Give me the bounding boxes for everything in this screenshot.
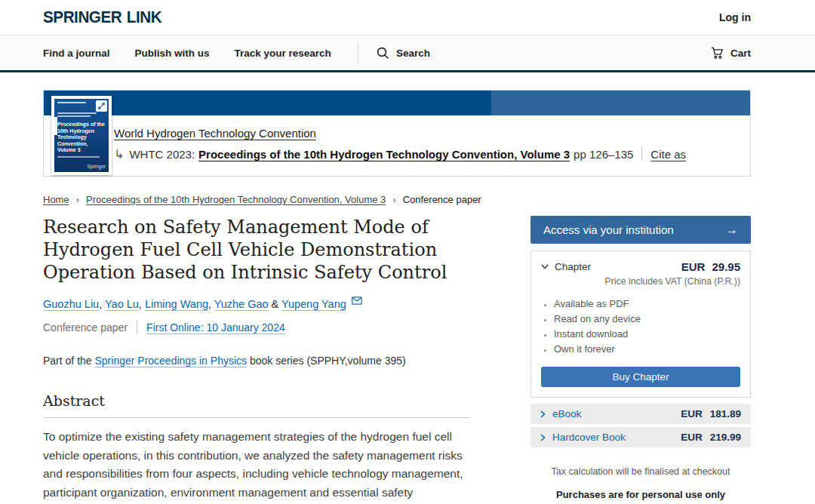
ebook-amount: 181.89: [710, 408, 741, 419]
chapter-currency: EUR: [681, 260, 706, 273]
series-prefix: Part of the: [43, 355, 94, 367]
hardcover-row[interactable]: Hardcover Book EUR219.99: [531, 427, 751, 447]
buy-chapter-button[interactable]: Buy Chapter: [541, 367, 740, 387]
breadcrumb-current: Conference paper: [403, 194, 481, 205]
feature-item: Available as PDF: [554, 297, 740, 312]
series-suffix: book series (SPPHY,volume 395): [247, 355, 406, 367]
chevron-down-icon: [541, 264, 549, 269]
meta-divider: [137, 320, 137, 334]
access-institution-label: Access via your institution: [543, 223, 674, 236]
breadcrumb-chevron-icon: ›: [76, 194, 79, 205]
breadcrumb-home[interactable]: Home: [43, 194, 69, 205]
chapter-collapse-toggle[interactable]: Chapter: [541, 260, 591, 273]
expand-cover-icon[interactable]: [96, 100, 107, 112]
paper-type-label: Conference paper: [43, 321, 128, 333]
hardcover-amount: 219.99: [710, 432, 741, 443]
author-link[interactable]: Yao Lu: [105, 298, 139, 310]
article-meta: Conference paper First Online: 10 Januar…: [43, 320, 469, 334]
chevron-right-icon: [540, 434, 546, 441]
article-title: Research on Safety Management Mode of Hy…: [43, 216, 466, 284]
feature-item: Own it forever: [554, 342, 740, 357]
hardcover-price: EUR219.99: [681, 432, 741, 443]
proceedings-book-link[interactable]: Proceedings of the 10th Hydrogen Technol…: [198, 148, 570, 161]
cover-title: Proceedings of the 10th Hydrogen Technol…: [57, 121, 106, 154]
ebook-row[interactable]: eBook EUR181.89: [531, 404, 751, 424]
breadcrumb: Home › Proceedings of the 10th Hydrogen …: [43, 194, 815, 205]
cover-spine-notch: [54, 117, 57, 135]
conference-prefix: WHTC 2023:: [129, 148, 195, 161]
right-arrow-icon: →: [725, 223, 738, 238]
chapter-label: Chapter: [555, 261, 591, 272]
cover-publisher: Springer: [54, 164, 106, 169]
book-series-line: Part of the Springer Proceedings in Phys…: [43, 355, 469, 367]
abstract-rule: [43, 417, 469, 418]
access-institution-button[interactable]: Access via your institution →: [531, 216, 751, 244]
hardcover-currency: EUR: [681, 432, 703, 443]
purchase-sidebar: Access via your institution → Chapter EU…: [531, 216, 751, 504]
feature-item: Instant download: [554, 327, 740, 342]
author-link[interactable]: Guozhu Liu: [43, 298, 99, 310]
chapter-amount: 29.95: [712, 260, 740, 273]
springerlink-logo[interactable]: SPRINGERLINK: [43, 8, 161, 27]
author-link[interactable]: Liming Wang: [145, 298, 208, 310]
search-label: Search: [396, 48, 430, 59]
ebook-currency: EUR: [681, 408, 703, 419]
banner-blue-strip: [44, 91, 750, 115]
series-link[interactable]: World Hydrogen Technology Convention: [114, 127, 316, 140]
nav-find-a-journal[interactable]: Find a journal: [43, 48, 110, 59]
author-list: Guozhu Liu, Yao Lu, Liming Wang, Yuzhe G…: [43, 295, 469, 310]
tax-note: Tax calculation will be finalised at che…: [531, 466, 751, 477]
nav-publish-with-us[interactable]: Publish with us: [135, 48, 210, 59]
nav-track-your-research[interactable]: Track your research: [235, 48, 331, 59]
logo-springer: SPRINGER: [43, 8, 121, 26]
search-icon: [377, 47, 389, 60]
email-icon[interactable]: [349, 295, 362, 307]
main-nav: Find a journal Publish with us Track you…: [0, 35, 815, 72]
author-link[interactable]: Yupeng Yang: [281, 298, 346, 310]
cart-button[interactable]: Cart: [711, 47, 751, 60]
chapter-purchase-card: Chapter EUR29.95 Price includes VAT (Chi…: [531, 250, 751, 398]
login-link[interactable]: Log in: [719, 11, 751, 23]
ebook-price: EUR181.89: [681, 408, 741, 419]
cover-subtitle-bar: [57, 156, 100, 158]
cart-icon: [711, 47, 724, 60]
book-series-link[interactable]: Springer Proceedings in Physics: [94, 355, 247, 367]
breadcrumb-chevron-icon: ›: [392, 194, 395, 205]
first-online-link[interactable]: First Online: 10 January 2024: [146, 321, 285, 333]
nav-divider: [358, 43, 358, 63]
book-banner: Proceedings of the 10th Hydrogen Technol…: [43, 90, 751, 177]
feature-item: Read on any device: [554, 312, 740, 327]
personal-use-note: Purchases are for personal use only: [531, 489, 751, 500]
abstract-heading: Abstract: [43, 392, 469, 409]
vat-note: Price includes VAT (China (P.R.)): [541, 276, 740, 287]
logo-link: LINK: [127, 8, 161, 26]
ebook-label: eBook: [552, 408, 581, 419]
abstract-text: To optimize the existing safety manageme…: [43, 428, 469, 504]
book-cover-thumbnail[interactable]: Proceedings of the 10th Hydrogen Technol…: [51, 96, 112, 175]
chapter-features: Available as PDF Read on any device Inst…: [554, 297, 740, 357]
breadcrumb-book[interactable]: Proceedings of the 10th Hydrogen Technol…: [86, 194, 386, 205]
hardcover-label: Hardcover Book: [552, 432, 626, 443]
page-range: pp 126–135: [574, 148, 633, 161]
cart-label: Cart: [730, 48, 751, 59]
cite-as-link[interactable]: Cite as: [650, 148, 686, 161]
author-link[interactable]: Yuzhe Gao: [214, 298, 269, 310]
chevron-right-icon: [540, 410, 546, 418]
book-cover-art: Proceedings of the 10th Hydrogen Technol…: [54, 99, 109, 172]
branch-arrow-icon: ↳: [114, 147, 124, 161]
article-column: Research on Safety Management Mode of Hy…: [43, 216, 469, 504]
search-button[interactable]: Search: [377, 47, 430, 60]
chapter-price: EUR29.95: [681, 260, 740, 273]
top-bar: SPRINGERLINK Log in: [0, 0, 815, 35]
cite-divider: [641, 147, 642, 161]
